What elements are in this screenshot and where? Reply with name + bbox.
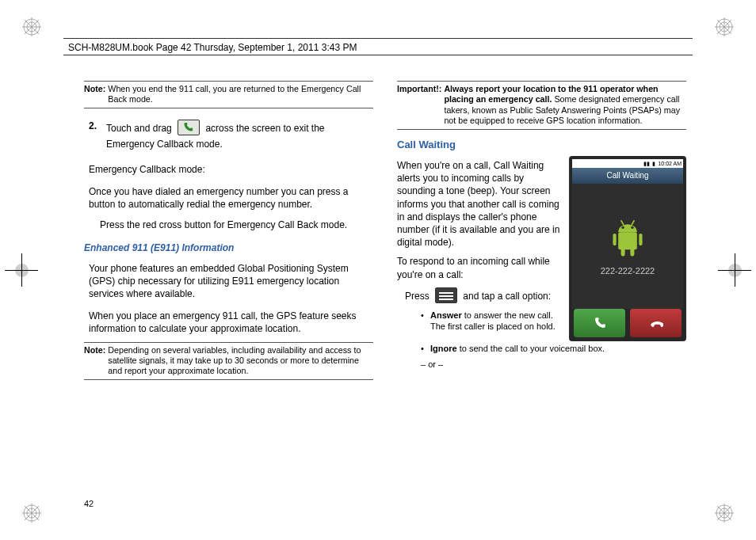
paragraph: Emergency Callback mode: (89, 163, 373, 176)
crop-ornament-icon (713, 16, 735, 38)
device-frame: ▮▮ ▮ 10:02 AM Call Waiting 222-222-2222 (569, 156, 686, 341)
svg-rect-12 (639, 234, 642, 245)
important-label: Important!: (397, 84, 441, 127)
bullet-dot-icon: • (421, 310, 430, 333)
crop-ornament-icon (21, 502, 43, 524)
note-label: Note: (84, 345, 105, 377)
content-columns: Note: When you end the 911 call, you are… (84, 81, 686, 492)
device-mid: 222-222-2222 (572, 184, 683, 309)
answer-call-button[interactable] (574, 309, 625, 337)
note-text: When you end the 911 call, you are retur… (108, 84, 373, 105)
note-text: Depending on several variables, includin… (108, 345, 373, 377)
crop-ornament-icon (713, 502, 735, 524)
svg-line-15 (621, 220, 624, 225)
bullet-body: Ignore to send the call to your voicemai… (430, 343, 686, 354)
crop-ornament-icon (21, 16, 43, 38)
sub-step-body: Press and tap a call option: (405, 287, 561, 303)
battery-icon: ▮ (652, 160, 655, 167)
menu-button-icon (435, 287, 457, 303)
page-number: 42 (84, 499, 94, 508)
step-body: Touch and drag across the screen to exit… (106, 120, 373, 152)
svg-line-16 (632, 220, 634, 225)
dial-phone-icon (178, 120, 200, 135)
device-title-bar: Call Waiting (572, 168, 683, 184)
reject-call-button[interactable] (630, 309, 682, 337)
paragraph: Once you have dialed an emergency number… (89, 185, 373, 211)
paragraph: To respond to an incoming call while you… (397, 255, 561, 280)
important-block: Important!: Always report your location … (397, 81, 686, 130)
svg-rect-14 (630, 248, 634, 256)
step-number: 2. (89, 120, 106, 152)
paragraph: When you're on a call, Call Waiting aler… (397, 159, 561, 249)
bullet-text: to send the call to your voicemail box. (457, 344, 605, 353)
manual-page: SCH-M828UM.book Page 42 Thursday, Septem… (0, 0, 756, 540)
bullet-answer: • Answer to answer the new call. The fir… (421, 310, 561, 333)
paragraph: Your phone features an embedded Global P… (89, 262, 373, 301)
call-waiting-wrap: When you're on a call, Call Waiting aler… (397, 156, 686, 341)
left-column: Note: When you end the 911 call, you are… (84, 81, 373, 492)
status-time: 10:02 AM (658, 160, 682, 167)
svg-point-9 (621, 226, 624, 228)
call-button-row (572, 309, 683, 337)
bullet-label: Ignore (430, 344, 457, 353)
step-2: 2. Touch and drag across the screen to e… (89, 120, 373, 152)
or-separator: – or – (421, 359, 686, 371)
svg-rect-11 (613, 234, 616, 245)
android-avatar-icon (606, 216, 649, 259)
sub-step: ▸ Press the red cross button for Emergen… (100, 219, 373, 231)
subheading: Enhanced 911 (E911) Information (84, 241, 373, 254)
call-waiting-text-column: When you're on a call, Call Waiting aler… (397, 156, 561, 341)
bullet-dot-icon: • (421, 343, 430, 354)
svg-rect-8 (618, 232, 637, 249)
device-screenshot: ▮▮ ▮ 10:02 AM Call Waiting 222-222-2222 (569, 156, 686, 341)
registration-mark-icon (3, 252, 40, 288)
svg-rect-13 (621, 248, 625, 256)
svg-point-10 (631, 226, 633, 228)
sub-step-text: Press (405, 291, 432, 302)
bullet-ignore: • Ignore to send the call to your voicem… (421, 343, 686, 354)
bullet-body: Answer to answer the new call. The first… (430, 310, 561, 333)
note-block: Note: Depending on several variables, in… (84, 342, 373, 380)
sub-step-text: and tap a call option: (463, 291, 551, 302)
registration-mark-icon (716, 252, 753, 288)
paragraph: When you place an emergency 911 call, th… (89, 310, 373, 335)
signal-icon: ▮▮ (643, 160, 650, 167)
sub-step: ▸ Press and tap a call option: (405, 287, 561, 303)
sub-step-text: Press the red cross button for Emergency… (100, 219, 373, 231)
important-text: Always report your location to the 911 o… (444, 84, 686, 127)
caller-phone-number: 222-222-2222 (601, 265, 655, 277)
step-text: Touch and drag (106, 123, 174, 134)
heading-call-waiting: Call Waiting (397, 138, 686, 152)
note-block: Note: When you end the 911 call, you are… (84, 81, 373, 108)
right-column: Important!: Always report your location … (397, 81, 686, 492)
bullet-label: Answer (430, 310, 462, 320)
note-label: Note: (84, 84, 105, 105)
status-bar: ▮▮ ▮ 10:02 AM (572, 159, 683, 168)
header-meta-line: SCH-M828UM.book Page 42 Thursday, Septem… (63, 38, 693, 55)
